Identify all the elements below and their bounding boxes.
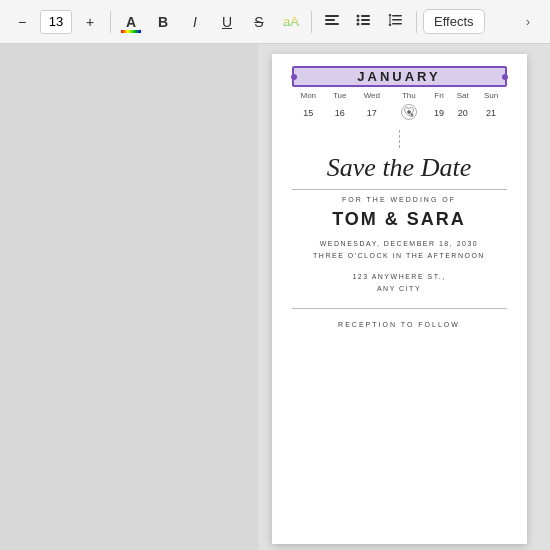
strikethrough-button[interactable]: S: [245, 8, 273, 36]
svg-rect-2: [325, 23, 339, 25]
heart-calendar-icon: [400, 104, 418, 120]
text-style-button[interactable]: aA: [277, 8, 305, 36]
svg-rect-9: [392, 15, 402, 17]
scroll-right-button[interactable]: ›: [514, 8, 542, 36]
plus-icon: +: [86, 14, 94, 30]
font-color-button[interactable]: A: [117, 8, 145, 36]
svg-point-7: [357, 23, 360, 26]
cal-date-15: 15: [292, 102, 326, 124]
line-spacing-icon: [388, 12, 404, 31]
cal-header-wed: Wed: [354, 89, 389, 102]
save-the-date-text: Save the Date: [327, 154, 471, 183]
calendar-header[interactable]: JANUARY: [292, 66, 507, 87]
underline-button[interactable]: U: [213, 8, 241, 36]
cal-date-18: [389, 102, 428, 124]
connector-line: [399, 130, 400, 148]
cal-header-mon: Mon: [292, 89, 326, 102]
svg-rect-1: [325, 19, 335, 21]
cal-date-16: 16: [325, 102, 354, 124]
cal-date-20: 20: [450, 102, 476, 124]
bold-icon: B: [158, 14, 168, 30]
font-size-display[interactable]: 13: [40, 10, 72, 34]
svg-rect-0: [325, 15, 339, 17]
document-page: JANUARY Mon Tue Wed Thu Fri Sat Sun: [272, 54, 527, 544]
svg-rect-8: [361, 23, 370, 25]
section-divider-1: [292, 189, 507, 190]
calendar-grid: Mon Tue Wed Thu Fri Sat Sun 15 16 17: [292, 89, 507, 124]
cal-date-17: 17: [354, 102, 389, 124]
cal-header-fri: Fri: [428, 89, 450, 102]
toolbar: − 13 + A B I U S aA: [0, 0, 550, 44]
italic-button[interactable]: I: [181, 8, 209, 36]
chevron-right-icon: ›: [526, 15, 530, 29]
text-style-icon: aA: [283, 14, 299, 29]
strikethrough-icon: S: [254, 14, 263, 30]
bold-button[interactable]: B: [149, 8, 177, 36]
cal-header-tue: Tue: [325, 89, 354, 102]
for-wedding-text: FOR THE WEDDING OF: [342, 196, 456, 203]
line-spacing-button[interactable]: [382, 8, 410, 36]
section-divider-2: [292, 308, 507, 309]
cal-header-sun: Sun: [476, 89, 507, 102]
cal-header-thu: Thu: [389, 89, 428, 102]
wedding-date-details: WEDNESDAY, DECEMBER 18, 2030 THREE O'CLO…: [313, 238, 485, 263]
left-panel: [0, 44, 258, 550]
list-button[interactable]: [350, 8, 378, 36]
selection-handle-right: [502, 74, 508, 80]
effects-button[interactable]: Effects: [423, 9, 485, 34]
italic-icon: I: [193, 14, 197, 30]
selection-handle-left: [291, 74, 297, 80]
wedding-address: 123 ANYWHERE ST., ANY CITY: [352, 271, 445, 296]
svg-point-3: [357, 15, 360, 18]
couple-names: TOM & SARA: [332, 209, 466, 230]
main-area: JANUARY Mon Tue Wed Thu Fri Sat Sun: [0, 44, 550, 550]
cal-date-21: 21: [476, 102, 507, 124]
font-color-icon: A: [126, 14, 136, 30]
align-left-icon: [324, 12, 340, 31]
align-left-button[interactable]: [318, 8, 346, 36]
svg-rect-10: [392, 19, 402, 21]
svg-rect-6: [361, 19, 370, 21]
underline-icon: U: [222, 14, 232, 30]
svg-point-5: [357, 19, 360, 22]
minus-icon: −: [18, 14, 26, 30]
divider-2: [311, 11, 312, 33]
decrease-font-size-button[interactable]: −: [8, 8, 36, 36]
divider-3: [416, 11, 417, 33]
divider-1: [110, 11, 111, 33]
svg-rect-11: [392, 23, 402, 25]
effects-label: Effects: [434, 14, 474, 29]
document-area: JANUARY Mon Tue Wed Thu Fri Sat Sun: [258, 44, 550, 550]
list-icon: [356, 12, 372, 31]
svg-rect-4: [361, 15, 370, 17]
cal-date-19: 19: [428, 102, 450, 124]
increase-font-size-button[interactable]: +: [76, 8, 104, 36]
month-label: JANUARY: [292, 66, 507, 87]
reception-text: RECEPTION TO FOLLOW: [338, 321, 460, 328]
cal-header-sat: Sat: [450, 89, 476, 102]
